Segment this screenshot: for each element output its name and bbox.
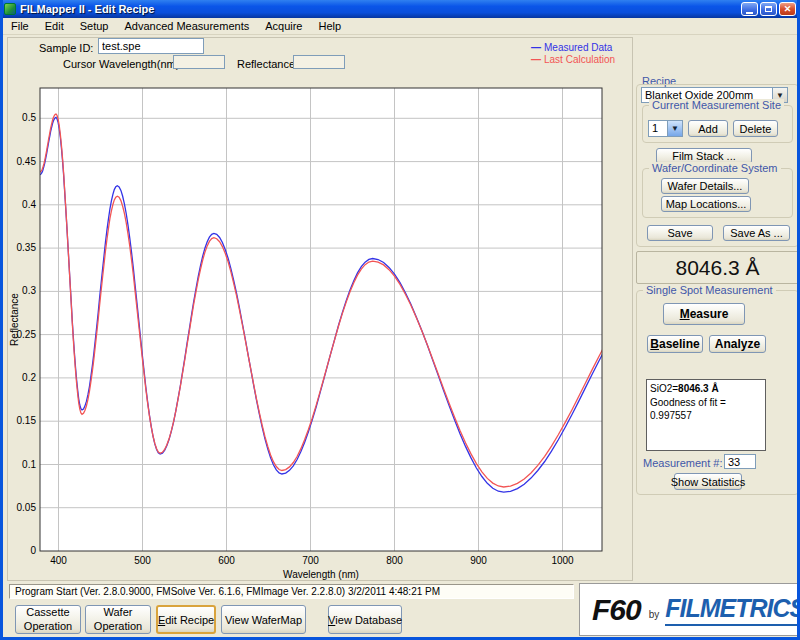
window-title: FILMapper II - Edit Recipe — [20, 3, 739, 15]
logo-model: F60 — [592, 593, 641, 627]
wafer-operation-button[interactable]: Wafer Operation — [85, 605, 151, 634]
svg-text:700: 700 — [302, 555, 319, 566]
logo-by: by — [649, 609, 660, 620]
svg-text:Wavelength (nm): Wavelength (nm) — [283, 569, 359, 580]
reflectance-chart[interactable]: 400500600700800900100000.050.10.150.20.2… — [9, 80, 625, 580]
delete-site-button[interactable]: Delete — [733, 120, 778, 137]
svg-text:500: 500 — [134, 555, 151, 566]
map-locations-button[interactable]: Map Locations... — [661, 196, 751, 212]
add-site-button[interactable]: Add — [688, 120, 728, 137]
sample-id-label: Sample ID: — [39, 42, 93, 54]
cursor-reflectance-field — [293, 55, 345, 69]
svg-text:0.15: 0.15 — [17, 415, 37, 426]
cursor-wavelength-field — [173, 55, 225, 69]
result-goodness-line: Goodness of fit = 0.997557 — [650, 396, 762, 423]
menu-bar: File Edit Setup Advanced Measurements Ac… — [3, 18, 797, 35]
svg-text:0.2: 0.2 — [22, 372, 36, 383]
legend-calculated: —Last Calculation — [531, 54, 615, 65]
svg-text:0.45: 0.45 — [17, 156, 37, 167]
svg-text:0.3: 0.3 — [22, 285, 36, 296]
status-bar: Program Start (Ver. 2.8.0.9000, FMSolve … — [9, 584, 574, 599]
menu-help[interactable]: Help — [310, 18, 349, 34]
measurement-number-field[interactable]: 33 — [724, 454, 756, 469]
measurement-site-group-label: Current Measurement Site — [649, 99, 784, 111]
minimize-button[interactable] — [741, 2, 758, 16]
logo-box: F60 by FILMETRICS — [579, 583, 800, 636]
menu-file[interactable]: File — [3, 18, 37, 34]
restore-button[interactable] — [760, 2, 777, 16]
svg-text:0.35: 0.35 — [17, 242, 37, 253]
sample-id-input[interactable] — [98, 38, 204, 54]
title-bar: FILMapper II - Edit Recipe ✕ — [0, 0, 800, 18]
svg-text:800: 800 — [386, 555, 403, 566]
restore-icon — [765, 6, 772, 12]
svg-text:900: 900 — [470, 555, 487, 566]
menu-advanced-measurements[interactable]: Advanced Measurements — [116, 18, 257, 34]
legend-measured: —Measured Data — [531, 42, 612, 53]
wafer-coordinate-group-label: Wafer/Coordinate System — [649, 162, 781, 174]
svg-text:0.4: 0.4 — [22, 199, 36, 210]
site-selected-value: 1 — [649, 121, 667, 136]
thickness-readout: 8046.3 Å — [636, 251, 799, 284]
measure-button[interactable]: Measure — [663, 303, 745, 325]
view-wafermap-button[interactable]: View WaferMap — [221, 605, 306, 634]
menu-acquire[interactable]: Acquire — [257, 18, 310, 34]
logo-brand: FILMETRICS — [665, 594, 800, 626]
save-button[interactable]: Save — [647, 225, 713, 241]
measurement-results-box: SiO2=8046.3 Å Goodness of fit = 0.997557 — [646, 379, 766, 451]
baseline-button[interactable]: Baseline — [647, 335, 703, 353]
svg-text:0: 0 — [30, 545, 36, 556]
svg-text:400: 400 — [50, 555, 67, 566]
cursor-wavelength-label: Cursor Wavelength(nm): — [63, 58, 182, 70]
result-thickness-line: SiO2=8046.3 Å — [650, 382, 762, 396]
cursor-reflectance-label: Reflectance: — [237, 58, 298, 70]
site-select[interactable]: 1 ▼ — [648, 120, 683, 137]
measured-line-swatch: — — [531, 42, 541, 53]
result-thickness-value: 8046.3 Å — [678, 383, 719, 394]
show-statistics-button[interactable]: Show Statistics — [674, 473, 742, 490]
svg-text:0.5: 0.5 — [22, 112, 36, 123]
save-as-button[interactable]: Save As ... — [723, 225, 790, 241]
svg-text:0.1: 0.1 — [22, 459, 36, 470]
svg-text:1000: 1000 — [551, 555, 574, 566]
wafer-details-button[interactable]: Wafer Details... — [661, 178, 749, 194]
svg-text:600: 600 — [218, 555, 235, 566]
menu-edit[interactable]: Edit — [37, 18, 72, 34]
minimize-icon — [746, 12, 753, 14]
chevron-down-icon[interactable]: ▼ — [667, 121, 682, 136]
calculated-line-swatch: — — [531, 54, 541, 65]
app-window: FILMapper II - Edit Recipe ✕ File Edit S… — [0, 0, 800, 640]
legend-measured-label: Measured Data — [544, 42, 612, 53]
legend-calculated-label: Last Calculation — [544, 54, 615, 65]
analyze-button[interactable]: Analyze — [709, 335, 766, 353]
svg-text:Reflectance: Reflectance — [9, 293, 20, 346]
view-database-button[interactable]: View Database — [328, 605, 402, 634]
menu-setup[interactable]: Setup — [72, 18, 117, 34]
app-icon — [4, 3, 16, 15]
measurement-number-label: Measurement #: — [643, 457, 721, 469]
svg-text:0.05: 0.05 — [17, 502, 37, 513]
edit-recipe-button[interactable]: Edit Recipe — [156, 605, 216, 634]
cassette-operation-button[interactable]: Cassette Operation — [15, 605, 81, 634]
close-button[interactable]: ✕ — [779, 2, 796, 16]
close-icon: ✕ — [784, 5, 792, 14]
single-spot-group-label: Single Spot Measurement — [643, 284, 776, 296]
